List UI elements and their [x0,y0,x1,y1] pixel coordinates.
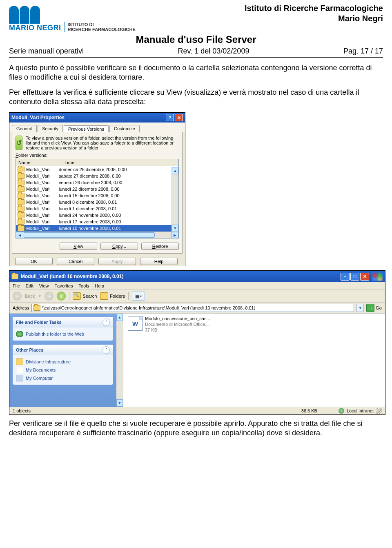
scroll-up-icon[interactable]: ▲ [172,167,178,174]
version-row[interactable]: Moduli_Varilunedì 22 dicembre 2008, 0.00 [16,186,178,192]
file-item[interactable]: W Modulo_concessione_uso_sas... Document… [128,316,383,333]
task-publish[interactable]: Publish this folder to the Web [16,330,110,338]
col-name[interactable]: Name [16,159,62,166]
address-dropdown-icon[interactable]: ▼ [356,304,364,312]
menu-tools[interactable]: Tools [79,283,89,288]
views-button[interactable]: ▦▾ [132,292,145,301]
go-icon: → [366,304,374,312]
minimize-icon[interactable]: – [341,273,350,281]
paragraph-3: Per verificare se il file è quello che s… [9,419,383,438]
series-label: Serie manuali operativi [9,47,84,56]
version-row[interactable]: Moduli_Varilunedì 10 novembre 2008, 0.01 [16,225,178,232]
tab-previous-versions[interactable]: Previous Versions [64,125,109,132]
folders-icon [100,292,108,300]
folder-icon [18,173,24,179]
document-title: Manuale d'uso File Server [9,34,383,45]
restore-button[interactable]: Restore [141,243,179,250]
menu-edit[interactable]: Edit [26,283,33,288]
folder-icon [18,186,24,192]
maximize-icon[interactable]: □ [350,273,359,281]
version-row[interactable]: Moduli_Varilunedì 1 dicembre 2008, 0.01 [16,205,178,212]
version-row[interactable]: Moduli_Varidomenica 28 dicembre 2008, 0.… [16,166,178,173]
folder-icon [18,219,24,225]
tab-general[interactable]: General [12,125,37,132]
org-name: Istituto di Ricerche Farmacologiche Mari… [245,3,383,24]
chevron-up-icon[interactable]: ˄ [102,346,110,354]
back-label: Back [25,294,35,299]
place-mycomputer[interactable]: My Computer [16,374,110,382]
tab-customize[interactable]: Customize [109,125,140,132]
file-size: 37 KB [145,327,210,333]
close-icon[interactable]: ✕ [360,273,369,281]
place-divisione[interactable]: Divisione Infrastrutture [16,358,110,366]
side-panel: File and Folder Tasks˄ Publish this fold… [9,314,116,407]
explorer-title: Moduli_Vari (lunedì 10 novembre 2008, 0.… [21,274,123,279]
toolbar: ← Back ▼ → ↑ Search Folders ▦▾ [9,290,385,303]
view-button[interactable]: View [60,243,97,250]
place-mydocs[interactable]: My Documents [16,366,110,374]
restore-icon [16,136,22,150]
version-row[interactable]: Moduli_Varilunedì 15 dicembre 2008, 0.00 [16,192,178,199]
tab-strip: General Security Previous Versions Custo… [9,123,185,132]
resize-grip-icon[interactable] [376,408,382,414]
revision-label: Rev. 1 del 03/02/2009 [178,47,249,56]
address-value: \\calypso\CentroIngegneriaInformatica\Di… [42,305,255,310]
folder-icon [18,212,24,218]
scroll-right-icon[interactable]: ▶ [171,232,178,238]
menu-favorites[interactable]: Favorites [54,283,73,288]
folder-icon [18,167,24,172]
folder-icon [33,305,40,311]
ok-button[interactable]: OK [15,258,53,265]
content-pane[interactable]: ▲ ▼ W Modulo_concessione_uso_sas... Docu… [116,314,385,407]
properties-dialog: Moduli_Vari Properties ? ✕ General Secur… [9,112,185,266]
help-icon[interactable]: ? [166,114,174,121]
col-time[interactable]: Time [62,159,178,166]
go-button[interactable]: →Go [366,304,382,312]
vertical-scrollbar[interactable]: ▲ ▼ [172,167,178,232]
status-objects: 1 objects [13,408,31,413]
horizontal-scrollbar[interactable]: ◀ ▶ [16,232,178,238]
menu-view[interactable]: View [39,283,49,288]
file-name: Modulo_concessione_uso_sas... [145,316,210,322]
address-label: Address [13,305,29,310]
up-icon[interactable]: ↑ [57,292,66,301]
tasks-panel: File and Folder Tasks˄ Publish this fold… [13,317,113,341]
menu-help[interactable]: Help [95,283,104,288]
scroll-up-icon[interactable]: ▲ [116,314,123,321]
globe-icon [16,331,23,337]
version-row[interactable]: Moduli_Varilunedì 17 novembre 2008, 0.00 [16,218,178,225]
logo: MARIO NEGRI ISTITUTO DI RICERCHE FARMACO… [9,6,136,32]
scroll-left-icon[interactable]: ◀ [16,232,23,238]
scroll-down-icon[interactable]: ▼ [116,399,123,407]
computer-icon [16,375,23,381]
close-icon[interactable]: ✕ [175,114,183,121]
word-doc-icon: W [128,316,143,331]
logo-sub-text: ISTITUTO DI RICERCHE FARMACOLOGICHE [68,22,136,32]
menu-file[interactable]: File [13,283,20,288]
chevron-up-icon[interactable]: ˄ [102,319,110,326]
dialog-title: Moduli_Vari Properties [11,115,65,120]
address-input[interactable]: \\calypso\CentroIngegneriaInformatica\Di… [31,304,354,312]
tab-security[interactable]: Security [38,125,63,132]
version-row[interactable]: Moduli_Varilunedì 24 novembre 2008, 0.00 [16,212,178,218]
folders-button[interactable]: Folders [100,292,125,300]
version-row[interactable]: Moduli_Varivenerdì 26 dicembre 2008, 0.0… [16,179,178,186]
content-scrollbar[interactable]: ▲ ▼ [116,314,123,407]
places-title: Other Places [16,348,43,352]
cancel-button[interactable]: Cancel [57,258,94,265]
scroll-down-icon[interactable]: ▼ [172,225,178,232]
search-button[interactable]: Search [73,292,97,300]
version-row[interactable]: Moduli_Varilunedì 8 dicembre 2008, 0.01 [16,199,178,205]
divider [9,57,383,58]
version-row[interactable]: Moduli_Varisabato 27 dicembre 2008, 0.00 [16,173,178,179]
paragraph-1: A questo punto è possibile verificare se… [9,63,383,82]
scroll-thumb[interactable] [24,232,155,238]
tasks-title: File and Folder Tasks [16,320,62,325]
forward-icon: → [45,292,53,301]
help-button[interactable]: Help [140,258,178,265]
copy-button[interactable]: Copy... [100,243,138,250]
back-icon: ← [13,292,22,301]
versions-list[interactable]: Name Time Moduli_Varidomenica 28 dicembr… [16,159,179,238]
status-zone: Local intranet [347,408,374,413]
folder-icon [11,274,18,279]
